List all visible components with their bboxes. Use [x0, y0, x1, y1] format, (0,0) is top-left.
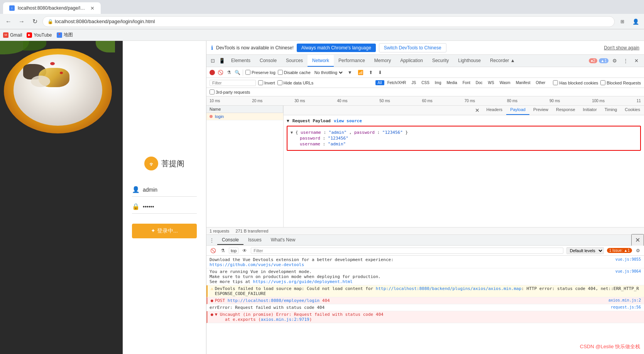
- address-bar[interactable]: 🔒 localhost:8080/backend/page/login/logi…: [42, 16, 615, 27]
- console-log-source-5[interactable]: request.js:56: [611, 305, 641, 310]
- employee-login-link[interactable]: http://localhost:8080/employee/login: [228, 298, 319, 303]
- console-top-label: top: [229, 248, 238, 254]
- preserve-log-checkbox[interactable]: [245, 70, 250, 75]
- tab-lighthouse[interactable]: Lighthouse: [453, 55, 485, 67]
- extensions-button[interactable]: ⊞: [617, 16, 628, 27]
- vue-guide-link[interactable]: https://vuejs.org/guide/deployment.html: [253, 279, 353, 284]
- throttle-icon[interactable]: ▼: [346, 69, 354, 76]
- filter-manifest[interactable]: Manifest: [514, 80, 533, 85]
- blocked-req-checkbox[interactable]: [600, 80, 605, 85]
- food-berry2: [60, 72, 63, 74]
- filter-media[interactable]: Media: [444, 80, 459, 85]
- payload-content: ▼ Request Payload view source ▼ { userna…: [284, 115, 644, 227]
- object-arrow[interactable]: ▼: [291, 130, 293, 135]
- vue-devtools-link[interactable]: https://github.com/vuejs/vue-devtools: [210, 262, 304, 267]
- always-match-button[interactable]: Always match Chrome's language: [297, 44, 376, 52]
- device-button[interactable]: 📱: [217, 56, 226, 66]
- username-input[interactable]: [143, 187, 197, 193]
- filter-xhr[interactable]: Fetch/XHR: [385, 80, 409, 85]
- timeline-label-30: 30 ms: [294, 99, 305, 103]
- console-filter-input[interactable]: [251, 248, 563, 254]
- console-log-source-4[interactable]: axios.min.js:2: [609, 298, 641, 303]
- filter-js[interactable]: JS: [409, 80, 419, 85]
- tab-sources[interactable]: Sources: [281, 55, 308, 67]
- tab-console[interactable]: Console: [255, 55, 281, 67]
- filter-button[interactable]: ⚗: [226, 69, 232, 76]
- detail-tab-headers[interactable]: Headers: [483, 106, 507, 115]
- view-source-link[interactable]: view source: [334, 118, 362, 123]
- hide-data-urls-checkbox[interactable]: [277, 80, 282, 85]
- tab-security[interactable]: Security: [428, 55, 453, 67]
- switch-devtools-button[interactable]: Switch DevTools to Chinese: [379, 43, 446, 52]
- bookmark-maps[interactable]: 📍 地图: [57, 32, 73, 38]
- detail-tab-payload[interactable]: Payload: [506, 106, 529, 115]
- filter-css[interactable]: CSS: [419, 80, 432, 85]
- filter-ws[interactable]: WS: [486, 80, 497, 85]
- tab-application[interactable]: Application: [396, 55, 428, 67]
- detail-tab-initiator[interactable]: Initiator: [579, 106, 601, 115]
- bookmark-maps-label: 地图: [64, 32, 73, 38]
- detail-close-button[interactable]: ✕: [472, 106, 483, 115]
- download-icon[interactable]: ⬇: [377, 69, 384, 76]
- console-tab-whatsnew[interactable]: What's New: [266, 236, 300, 245]
- console-level-select[interactable]: Default levels: [566, 247, 604, 254]
- bookmark-youtube[interactable]: ▶ YouTube: [27, 32, 52, 38]
- console-settings-button[interactable]: ⚙: [635, 247, 641, 254]
- record-button[interactable]: [210, 70, 215, 75]
- console-menu-button[interactable]: ⋮: [206, 236, 217, 244]
- bookmark-gmail[interactable]: M Gmail: [3, 32, 22, 38]
- search-button[interactable]: 🔍: [234, 69, 240, 76]
- disable-cache-checkbox[interactable]: [278, 70, 283, 75]
- filter-other[interactable]: Other: [533, 80, 548, 85]
- forward-button[interactable]: →: [16, 16, 27, 27]
- detail-tab-response[interactable]: Response: [552, 106, 579, 115]
- settings-button[interactable]: ⚙: [610, 56, 619, 66]
- filter-doc[interactable]: Doc: [473, 80, 485, 85]
- filter-font[interactable]: Font: [460, 80, 473, 85]
- request-item-login[interactable]: login: [206, 113, 283, 120]
- axios-min-link[interactable]: axios.min.js:2:9719: [261, 317, 309, 322]
- filter-all[interactable]: All: [375, 80, 384, 85]
- tab-network[interactable]: Network: [308, 55, 334, 67]
- username-val-inline: "admin": [329, 130, 347, 135]
- payload-password-line: password : "123456": [291, 135, 637, 141]
- tab-elements[interactable]: Elements: [226, 55, 255, 67]
- tab-close-button[interactable]: ✕: [90, 5, 95, 11]
- inspect-button[interactable]: ⊡: [208, 56, 217, 66]
- close-devtools-button[interactable]: ✕: [632, 56, 641, 66]
- console-close-button[interactable]: ✕: [631, 234, 644, 246]
- back-button[interactable]: ←: [3, 16, 14, 27]
- filter-wasm[interactable]: Wasm: [497, 80, 513, 85]
- console-tab-issues[interactable]: Issues: [243, 236, 266, 245]
- filter-input[interactable]: [210, 80, 256, 86]
- detail-tab-timing[interactable]: Timing: [601, 106, 621, 115]
- filter-img[interactable]: Img: [433, 80, 444, 85]
- axios-map-link[interactable]: http://localhost:8080/backend/plugins/ax…: [376, 286, 522, 291]
- console-log-source-1[interactable]: vue.js:9055: [615, 257, 641, 267]
- tab-memory[interactable]: Memory: [370, 55, 396, 67]
- reload-button[interactable]: ↻: [29, 16, 40, 27]
- more-button[interactable]: ⋮: [621, 56, 630, 66]
- has-blocked-checkbox[interactable]: [553, 80, 558, 85]
- tab-performance[interactable]: Performance: [334, 55, 370, 67]
- third-party-checkbox[interactable]: [210, 89, 215, 94]
- detail-tab-cookies[interactable]: Cookies: [621, 106, 644, 115]
- browser-tab[interactable]: l localhost:8080/backend/page/login/logi…: [3, 2, 101, 14]
- console-clear-button[interactable]: 🚫: [210, 247, 217, 254]
- console-log-source-2[interactable]: vue.js:9064: [615, 269, 641, 284]
- tab-recorder[interactable]: Recorder ▲: [485, 55, 520, 67]
- dont-show-again-link[interactable]: Don't show again: [604, 45, 639, 51]
- detail-tab-preview[interactable]: Preview: [529, 106, 552, 115]
- payload-title-text: Request Payload: [292, 118, 331, 123]
- online-icon[interactable]: 📶: [356, 69, 365, 76]
- eye-button[interactable]: 👁: [242, 247, 248, 254]
- profile-button[interactable]: 👤: [630, 16, 641, 27]
- upload-icon[interactable]: ⬆: [367, 69, 374, 76]
- console-filter-toggle[interactable]: ⚗: [220, 247, 226, 254]
- throttle-select[interactable]: No throttling: [313, 70, 344, 75]
- login-button[interactable]: ✦ 登录中...: [132, 224, 197, 238]
- clear-button[interactable]: 🚫: [217, 69, 223, 76]
- invert-checkbox[interactable]: [258, 80, 263, 85]
- password-input[interactable]: [143, 204, 197, 210]
- console-tab-console[interactable]: Console: [217, 236, 243, 245]
